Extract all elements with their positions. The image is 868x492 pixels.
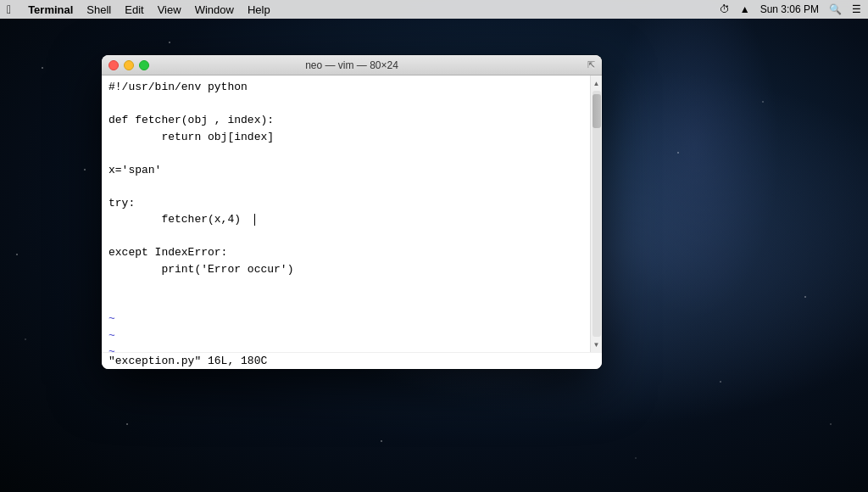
window-title: neo — vim — 80×24 xyxy=(305,59,398,71)
line-shebang: #!/usr/bin/env python xyxy=(108,81,248,93)
scrollbar[interactable]: ▲ ▼ xyxy=(590,75,602,352)
scrollbar-track[interactable] xyxy=(593,91,601,337)
menu-terminal[interactable]: Terminal xyxy=(28,3,73,16)
terminal-window: neo — vim — 80×24 ⇱ #!/usr/bin/env pytho… xyxy=(102,55,602,369)
menu-view[interactable]: View xyxy=(158,3,181,16)
line-fetcher-call: fetcher(x,4) xyxy=(108,213,255,226)
line-except: except IndexError: xyxy=(108,246,227,259)
maximize-button[interactable] xyxy=(139,60,149,70)
traffic-lights xyxy=(108,60,149,70)
menu-edit[interactable]: Edit xyxy=(125,3,143,16)
tilde-3: ~ xyxy=(108,345,115,352)
line-def: def fetcher(obj , index): xyxy=(108,114,274,126)
tilde-2: ~ xyxy=(108,329,115,342)
line-try: try: xyxy=(108,197,135,210)
search-icon[interactable]: 🔍 xyxy=(829,3,842,15)
menu-icon[interactable]: ☰ xyxy=(852,3,861,15)
cursor xyxy=(254,214,255,226)
close-button[interactable] xyxy=(108,60,119,70)
airport-icon[interactable]: ▲ xyxy=(740,3,750,15)
desktop:  Terminal Shell Edit View Window Help ⏱… xyxy=(0,0,868,492)
scrollbar-up-button[interactable]: ▲ xyxy=(592,77,602,89)
titlebar: neo — vim — 80×24 ⇱ xyxy=(102,55,602,75)
tilde-1: ~ xyxy=(108,312,115,325)
apple-menu[interactable]:  xyxy=(7,3,11,16)
menubar:  Terminal Shell Edit View Window Help ⏱… xyxy=(0,0,868,19)
menu-window[interactable]: Window xyxy=(195,3,234,16)
line-return: return obj[index] xyxy=(108,131,274,143)
time-machine-icon[interactable]: ⏱ xyxy=(720,3,730,15)
resize-icon[interactable]: ⇱ xyxy=(587,59,595,70)
menubar-left:  Terminal Shell Edit View Window Help xyxy=(7,3,270,16)
code-editor[interactable]: #!/usr/bin/env python def fetcher(obj , … xyxy=(102,75,590,352)
minimize-button[interactable] xyxy=(124,60,134,70)
clock-display: Sun 3:06 PM xyxy=(760,3,819,15)
status-text: "exception.py" 16L, 180C xyxy=(108,355,267,367)
status-bar: "exception.py" 16L, 180C xyxy=(102,352,602,369)
menu-shell[interactable]: Shell xyxy=(86,3,111,16)
line-print: print('Error occur') xyxy=(108,263,293,276)
menu-help[interactable]: Help xyxy=(248,3,270,16)
scrollbar-thumb[interactable] xyxy=(593,94,601,128)
scrollbar-down-button[interactable]: ▼ xyxy=(592,338,602,350)
menubar-right: ⏱ ▲ Sun 3:06 PM 🔍 ☰ xyxy=(720,3,861,15)
terminal-content[interactable]: #!/usr/bin/env python def fetcher(obj , … xyxy=(102,75,602,352)
line-x: x='span' xyxy=(108,164,161,176)
